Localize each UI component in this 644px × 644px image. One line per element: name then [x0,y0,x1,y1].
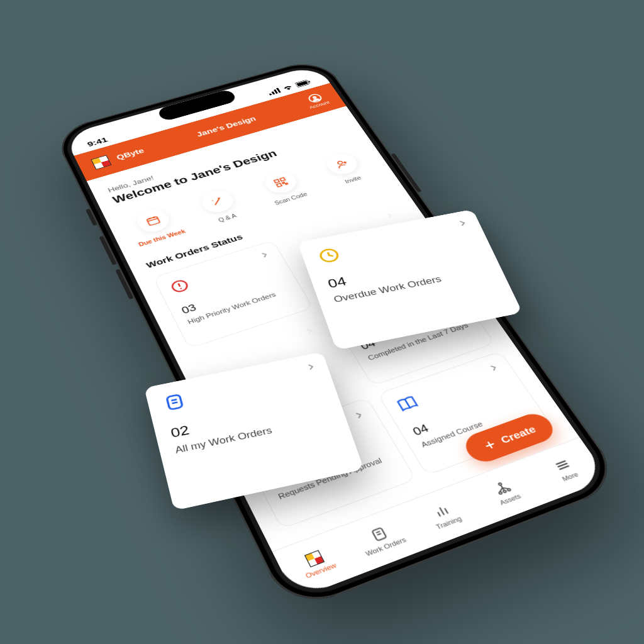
svg-line-28 [405,399,410,408]
svg-line-11 [213,199,221,205]
quick-due-this-week[interactable]: Due this Week [123,203,189,248]
svg-line-22 [179,284,180,287]
card-label: High Priority Work Orders [186,286,292,326]
quick-qa[interactable]: Q & A [187,184,253,228]
svg-rect-1 [272,91,275,94]
svg-line-50 [171,399,177,401]
wifi-icon [282,84,294,92]
svg-point-18 [337,160,343,164]
svg-rect-13 [274,179,279,183]
battery-icon [295,79,313,88]
chevron-right-icon [486,362,501,373]
svg-rect-15 [276,184,281,187]
qr-icon [261,169,301,196]
signal-icon [267,88,281,96]
card-assigned[interactable]: 04 Assigned Course [377,351,555,476]
svg-rect-17 [286,183,288,184]
app-name: QByte [115,147,145,162]
svg-rect-16 [282,182,285,184]
svg-rect-5 [296,80,308,86]
book-icon [394,364,506,414]
quick-label: Invite [344,175,362,184]
quick-label: Q & A [217,213,237,223]
svg-point-23 [180,287,182,289]
svg-line-9 [149,218,150,219]
chevron-right-icon [383,211,396,220]
account-button[interactable]: Account [303,92,331,110]
svg-line-10 [153,216,154,218]
chevron-right-icon [352,409,367,421]
clock: 9:41 [86,135,109,148]
svg-point-12 [212,200,213,201]
svg-line-20 [343,162,347,163]
svg-rect-0 [269,93,272,95]
svg-rect-14 [280,177,285,181]
card-label: Assigned Course [419,403,529,450]
quick-invite[interactable]: Invite [313,148,379,189]
svg-line-51 [172,402,178,404]
app-logo-icon [91,155,111,170]
wand-icon [197,187,238,216]
quick-label: Scan Code [274,191,309,206]
